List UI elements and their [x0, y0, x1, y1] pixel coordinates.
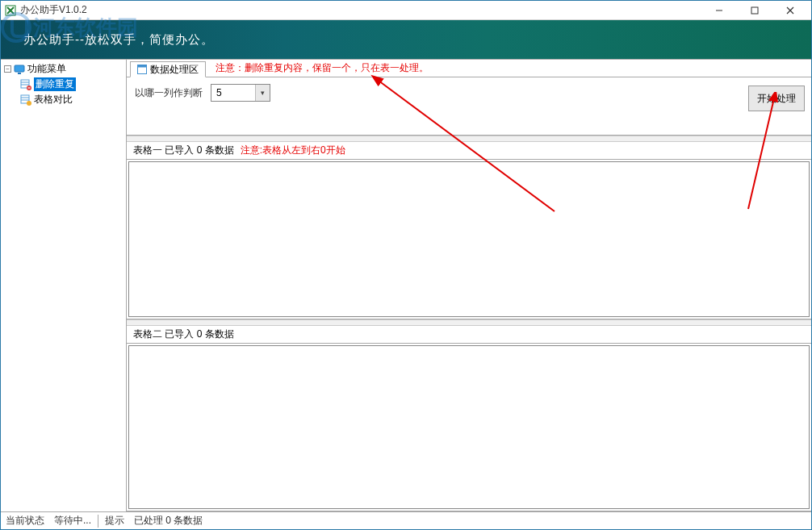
app-window: 办公助手V1.0.2 河东软件园 办公助手--放松双手，简便办公。 −: [0, 0, 812, 530]
status-state-value: 等待中...: [49, 514, 96, 528]
table2-section: 表格二 已导入 0 条数据: [127, 326, 811, 511]
sidebar-item-remove-dup[interactable]: 删除重复: [2, 77, 124, 92]
content-area: 数据处理区 注意：删除重复内容，保留一个，只在表一处理。 以哪一列作判断 5 ▾…: [127, 60, 811, 511]
judge-select[interactable]: 5 ▾: [211, 84, 270, 102]
table1-section: 表格一 已导入 0 条数据 注意:表格从左到右0开始: [127, 142, 811, 319]
control-panel: 以哪一列作判断 5 ▾ 开始处理: [127, 77, 811, 136]
status-hint-label: 提示: [100, 514, 129, 528]
tree-root[interactable]: − 功能菜单: [2, 61, 124, 77]
status-hint-value: 已处理 0 条数据: [129, 514, 207, 528]
window-icon: [137, 65, 147, 74]
app-icon: [4, 4, 17, 17]
start-button[interactable]: 开始处理: [748, 86, 805, 111]
table2-body[interactable]: [128, 345, 810, 509]
slogan: 办公助手--放松双手，简便办公。: [23, 32, 214, 48]
sidebar-item-label: 删除重复: [34, 77, 76, 91]
table1-header: 表格一 已导入 0 条数据 注意:表格从左到右0开始: [127, 142, 811, 160]
main-area: − 功能菜单 删除重复 表格对比: [1, 59, 811, 511]
top-note: 注意：删除重复内容，保留一个，只在表一处理。: [216, 61, 429, 75]
banner: 河东软件园 办公助手--放松双手，简便办公。: [1, 20, 811, 59]
judge-label: 以哪一列作判断: [135, 84, 203, 100]
minimize-button[interactable]: [701, 2, 737, 19]
tab-data-processing[interactable]: 数据处理区: [130, 61, 206, 77]
status-state-label: 当前状态: [1, 514, 49, 528]
svg-rect-4: [18, 73, 21, 74]
window-controls: [701, 2, 808, 19]
sidebar: − 功能菜单 删除重复 表格对比: [1, 60, 127, 511]
separator: [127, 136, 811, 142]
table1-note: 注意:表格从左到右0开始: [241, 144, 345, 157]
svg-rect-15: [138, 65, 147, 68]
table2-label: 表格二 已导入 0 条数据: [133, 328, 234, 341]
tree-collapse-icon[interactable]: −: [4, 65, 11, 73]
table1-label: 表格一 已导入 0 条数据: [133, 144, 234, 157]
sidebar-item-label: 表格对比: [34, 93, 73, 106]
separator: [98, 515, 98, 528]
tab-row: 数据处理区 注意：删除重复内容，保留一个，只在表一处理。: [127, 60, 811, 77]
table-compare-icon: [20, 94, 31, 106]
statusbar: 当前状态 等待中... 提示 已处理 0 条数据: [1, 511, 811, 529]
maximize-button[interactable]: [737, 2, 772, 19]
sidebar-item-compare[interactable]: 表格对比: [2, 92, 124, 107]
svg-rect-3: [15, 65, 24, 72]
svg-rect-2: [751, 7, 758, 14]
window-title: 办公助手V1.0.2: [20, 3, 701, 17]
chevron-down-icon: ▾: [255, 85, 270, 101]
svg-point-13: [27, 101, 31, 106]
monitor-icon: [14, 64, 25, 75]
titlebar: 办公助手V1.0.2: [1, 1, 811, 20]
table2-header: 表格二 已导入 0 条数据: [127, 326, 811, 344]
separator: [127, 319, 811, 326]
tab-label: 数据处理区: [150, 63, 199, 77]
tree-root-label: 功能菜单: [27, 62, 66, 76]
table-delete-icon: [20, 79, 31, 90]
close-button[interactable]: [772, 2, 808, 19]
table1-body[interactable]: [128, 161, 810, 317]
